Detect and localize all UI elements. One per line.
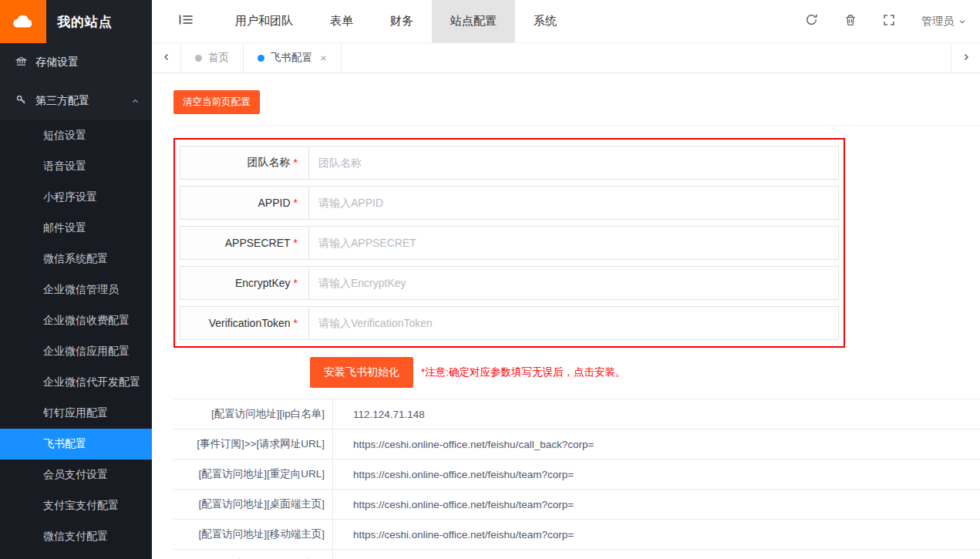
tab-home[interactable]: 首页: [181, 43, 244, 72]
form-row: APPSECRET*: [180, 226, 839, 260]
team-name-input[interactable]: [309, 146, 838, 179]
sidebar-item-sms-settings[interactable]: 短信设置: [0, 120, 152, 151]
top-navbar: 用户和团队 表单 财务 站点配置 系统: [152, 0, 980, 43]
appsecret-input[interactable]: [309, 227, 838, 259]
sidebar-item-label: 小程序设置: [43, 190, 97, 204]
tab-status-dot: [195, 55, 202, 62]
install-feishu-button[interactable]: 安装飞书初始化: [310, 357, 413, 388]
nav-item-label: 财务: [390, 14, 413, 29]
required-marker: *: [294, 197, 298, 209]
form-row: VerificationToken*: [180, 306, 839, 340]
form-row: APPID*: [180, 186, 839, 220]
encryptkey-input[interactable]: [309, 267, 838, 299]
fullscreen-icon: [883, 14, 895, 29]
field-label-text: APPSECRET: [225, 237, 291, 249]
sidebar-item-feishu-config[interactable]: 飞书配置: [0, 429, 152, 460]
sidebar-item-mail-settings[interactable]: 邮件设置: [0, 213, 152, 244]
app-title: 我的站点: [57, 13, 113, 31]
sidebar-item-dingtalk-app-config[interactable]: 钉钉应用配置: [0, 398, 152, 429]
nav-item-label: 系统: [534, 14, 557, 29]
config-row-value: https://ceshi.online-office.net/feishu/t…: [333, 520, 574, 549]
field-label-text: VerificationToken: [209, 317, 291, 329]
sidebar-item-wechat-system-config[interactable]: 微信系统配置: [0, 244, 152, 274]
config-row-label: [配置访问地址][ip白名单]: [173, 399, 333, 429]
sidebar-item-label: 企业微信收费配置: [43, 314, 130, 328]
tab-scroll-left-button[interactable]: [152, 43, 181, 72]
app-logo[interactable]: 我的站点: [0, 0, 152, 43]
nav-item-forms[interactable]: 表单: [312, 0, 372, 42]
required-marker: *: [294, 237, 298, 249]
page-content: 清空当前页配置 团队名称* APPID* APPSECRET* EncryptK…: [152, 73, 980, 559]
config-row-value: https://ceshi.online-office.net/feishu/t…: [333, 460, 574, 489]
sidebar-item-label: 语音设置: [43, 160, 86, 173]
nav-item-users-teams[interactable]: 用户和团队: [217, 0, 312, 42]
required-marker: *: [294, 317, 298, 329]
config-row-value: 112.124.71.148: [333, 399, 425, 429]
sidebar-item-miniprogram-settings[interactable]: 小程序设置: [0, 182, 152, 213]
clear-page-config-button[interactable]: 清空当前页配置: [173, 90, 260, 114]
field-label-text: 团队名称: [248, 156, 291, 170]
sidebar-item-label: 邮件设置: [43, 221, 86, 235]
sidebar-section-thirdparty-config[interactable]: 第三方配置: [0, 82, 152, 120]
field-label-text: APPID: [258, 197, 291, 209]
sidebar-item-wecom-admin[interactable]: 企业微信管理员: [0, 274, 152, 305]
form-row: EncryptKey*: [180, 266, 839, 300]
sidebar-item-alipay-pay-config[interactable]: 支付宝支付配置: [0, 490, 152, 521]
config-row: [事件订阅]>>[请求网址URL] https://ceshi.online-o…: [173, 429, 980, 460]
chevron-right-icon: [961, 51, 971, 65]
nav-item-site-config[interactable]: 站点配置: [432, 0, 515, 42]
fullscreen-button[interactable]: [883, 14, 895, 29]
close-tab-icon[interactable]: [320, 55, 327, 62]
config-row-label: [配置访问地址][移动端主页]: [173, 520, 333, 549]
nav-item-system[interactable]: 系统: [515, 0, 575, 42]
appid-input[interactable]: [309, 187, 838, 219]
sidebar-item-label: 微信支付配置: [43, 530, 108, 544]
config-row-value: https://ceshi.online-office.net/feishu/t…: [333, 490, 574, 519]
sidebar-item-wecom-devproxy-config[interactable]: 企业微信代开发配置: [0, 367, 152, 398]
config-row-value: https://ceshi.online-office.net/feishu/c…: [333, 429, 594, 459]
app-root: 我的站点 存储设置 第三方配置 短信设置 语音设置 小程序设置 邮件设置 微信系…: [0, 0, 980, 559]
nav-item-label: 用户和团队: [235, 14, 293, 29]
install-row: 安装飞书初始化 *注意:确定对应参数填写无误后，点击安装。: [173, 357, 980, 388]
field-label: EncryptKey*: [180, 267, 309, 299]
sidebar-item-member-pay-settings[interactable]: 会员支付设置: [0, 460, 152, 490]
sidebar-item-label: 存储设置: [35, 56, 79, 69]
field-label-text: EncryptKey: [235, 277, 291, 289]
sidebar-item-storage-settings[interactable]: 存储设置: [0, 43, 152, 82]
config-row-label: [事件订阅]>>[请求网址URL]: [173, 429, 333, 459]
sidebar-item-wecom-app-config[interactable]: 企业微信应用配置: [0, 336, 152, 367]
content-header: 清空当前页配置: [173, 90, 980, 126]
user-menu[interactable]: 管理员: [921, 15, 966, 29]
refresh-button[interactable]: [805, 13, 818, 29]
config-row: [配置访问地址][管理主页地址] https://ceshi.online-of…: [173, 550, 980, 559]
sidebar-item-label: 企业微信代开发配置: [43, 375, 140, 389]
user-name: 管理员: [921, 15, 954, 29]
config-row-label: [配置访问地址][管理主页地址]: [173, 550, 333, 559]
tabbar-spacer: [342, 43, 951, 72]
sidebar: 我的站点 存储设置 第三方配置 短信设置 语音设置 小程序设置 邮件设置 微信系…: [0, 0, 152, 559]
collapse-sidebar-button[interactable]: [170, 0, 201, 42]
sidebar-item-wecom-billing-config[interactable]: 企业微信收费配置: [0, 305, 152, 336]
config-row-label: [配置访问地址][桌面端主页]: [173, 490, 333, 519]
field-label: APPSECRET*: [180, 227, 309, 259]
verificationtoken-input[interactable]: [309, 307, 838, 339]
chevron-left-icon: [162, 51, 171, 65]
form-row: 团队名称*: [180, 146, 839, 180]
field-label: APPID*: [180, 187, 309, 219]
tab-label: 首页: [208, 51, 229, 65]
refresh-icon: [805, 13, 818, 29]
topbar-actions: 管理员: [805, 0, 980, 42]
tab-feishu-config[interactable]: 飞书配置: [244, 43, 342, 72]
nav-item-finance[interactable]: 财务: [372, 0, 432, 42]
config-table: [配置访问地址][ip白名单] 112.124.71.148 [事件订阅]>>[…: [173, 399, 980, 559]
config-row: [配置访问地址][重定向URL] https://ceshi.online-of…: [173, 460, 980, 490]
required-marker: *: [294, 157, 298, 169]
key-icon: [15, 94, 27, 108]
sidebar-item-voice-settings[interactable]: 语音设置: [0, 151, 152, 182]
nav-item-label: 站点配置: [450, 14, 497, 29]
config-row: [配置访问地址][移动端主页] https://ceshi.online-off…: [173, 520, 980, 550]
sidebar-item-wechat-pay-config[interactable]: 微信支付配置: [0, 521, 152, 552]
clear-cache-button[interactable]: [844, 14, 857, 29]
sidebar-item-label: 钉钉应用配置: [43, 406, 108, 420]
tab-scroll-right-button[interactable]: [951, 43, 980, 72]
